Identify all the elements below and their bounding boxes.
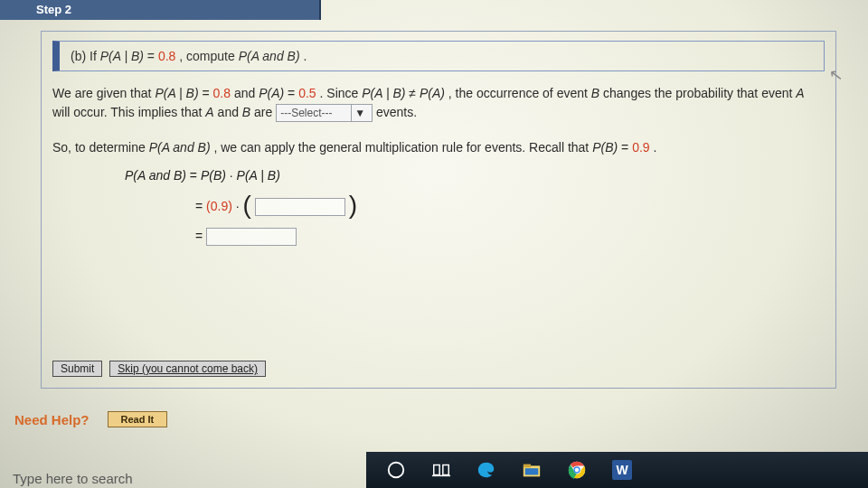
expr: P(A | B): [155, 86, 198, 100]
chevron-down-icon: ▼: [351, 105, 368, 121]
select-placeholder: ---Select---: [280, 105, 351, 121]
svg-rect-6: [525, 468, 539, 474]
val: 0.5: [298, 86, 316, 100]
windows-taskbar: W: [366, 452, 868, 488]
chrome-icon[interactable]: [567, 460, 587, 480]
left-paren-icon: (: [243, 192, 251, 218]
explanation-1: We are given that P(A | B) = 0.8 and P(A…: [52, 84, 825, 122]
expr: P(A): [420, 86, 445, 100]
ne: ≠: [409, 86, 420, 100]
right-paren-icon: ): [349, 192, 357, 218]
t: changes the probability that event: [603, 86, 796, 100]
explanation-2: So, to determine P(A and B) , we can app…: [52, 138, 825, 157]
skip-button[interactable]: Skip (you cannot come back): [109, 361, 266, 377]
t: , we can apply the general multiplicatio…: [213, 140, 592, 155]
question-suffix: , compute: [179, 49, 238, 63]
A: A: [205, 105, 213, 119]
val: (0.9): [206, 199, 232, 213]
question-val: 0.8: [158, 49, 175, 63]
task-view-icon[interactable]: [431, 460, 451, 480]
math-line-3: =: [125, 221, 835, 252]
t: =: [621, 140, 632, 155]
t: . Since: [320, 86, 363, 100]
t: and: [234, 86, 259, 100]
button-row: Submit Skip (you cannot come back): [52, 361, 269, 377]
rhs-b: P(A | B): [237, 168, 280, 183]
answer-input-1[interactable]: [255, 198, 345, 216]
file-explorer-icon[interactable]: [522, 460, 542, 480]
question-box: (b) If P(A | B) = 0.8 , compute P(A and …: [52, 41, 825, 71]
expr: P(A and B): [149, 140, 211, 155]
question-part: (b): [71, 49, 86, 63]
read-it-button[interactable]: Read It: [108, 411, 168, 427]
val: 0.8: [213, 86, 231, 100]
problem-panel: (b) If P(A | B) = 0.8 , compute P(A and …: [41, 31, 836, 389]
val: 0.9: [632, 140, 649, 155]
t: .: [653, 140, 656, 155]
dot: ·: [236, 199, 243, 213]
t: events.: [376, 105, 417, 119]
lhs: P(A and B): [125, 168, 186, 183]
t: , the occurrence of event: [448, 86, 591, 100]
submit-button[interactable]: Submit: [52, 361, 102, 377]
rhs-a: P(B): [201, 168, 226, 183]
svg-rect-5: [524, 465, 531, 468]
svg-point-0: [389, 463, 404, 478]
t: We are given that: [52, 86, 155, 100]
need-help-row: Need Help? Read It: [14, 411, 167, 427]
t: =: [288, 86, 298, 100]
t: =: [203, 86, 213, 100]
dot: ·: [230, 168, 237, 183]
expr: P(B): [592, 140, 618, 155]
math-line-2: = (0.9) · ( ): [125, 192, 835, 222]
question-text: If: [90, 49, 100, 63]
word-icon[interactable]: W: [612, 460, 632, 480]
question-expr1: P(A | B): [100, 49, 144, 63]
dependency-select[interactable]: ---Select---▼: [276, 104, 373, 122]
windows-search-placeholder[interactable]: Type here to search: [13, 471, 133, 486]
eq: =: [190, 168, 201, 183]
t: are: [254, 105, 276, 119]
eq: =: [147, 49, 158, 63]
svg-rect-1: [434, 465, 439, 475]
cursor-icon: ↖: [828, 64, 844, 86]
t: So, to determine: [52, 140, 149, 155]
eq: =: [195, 199, 206, 213]
B: B: [242, 105, 250, 119]
eq: =: [195, 229, 206, 243]
math-line-1: P(A and B) = P(B) · P(A | B): [125, 161, 835, 192]
expr: P(A | B): [362, 86, 405, 100]
A: A: [796, 86, 804, 100]
t: will occur. This implies that: [52, 105, 205, 119]
B: B: [591, 86, 599, 100]
period: .: [303, 49, 307, 63]
edge-icon[interactable]: [476, 460, 496, 480]
t: and: [218, 105, 242, 119]
svg-rect-2: [443, 465, 448, 475]
cortana-icon[interactable]: [386, 460, 406, 480]
need-help-label: Need Help?: [14, 412, 90, 427]
svg-point-9: [575, 468, 579, 472]
math-derivation: P(A and B) = P(B) · P(A | B) = (0.9) · (…: [125, 161, 835, 252]
step-tab: Step 2: [0, 0, 321, 20]
question-expr2: P(A and B): [239, 49, 300, 63]
expr: P(A): [259, 86, 284, 100]
answer-input-2[interactable]: [206, 228, 297, 246]
